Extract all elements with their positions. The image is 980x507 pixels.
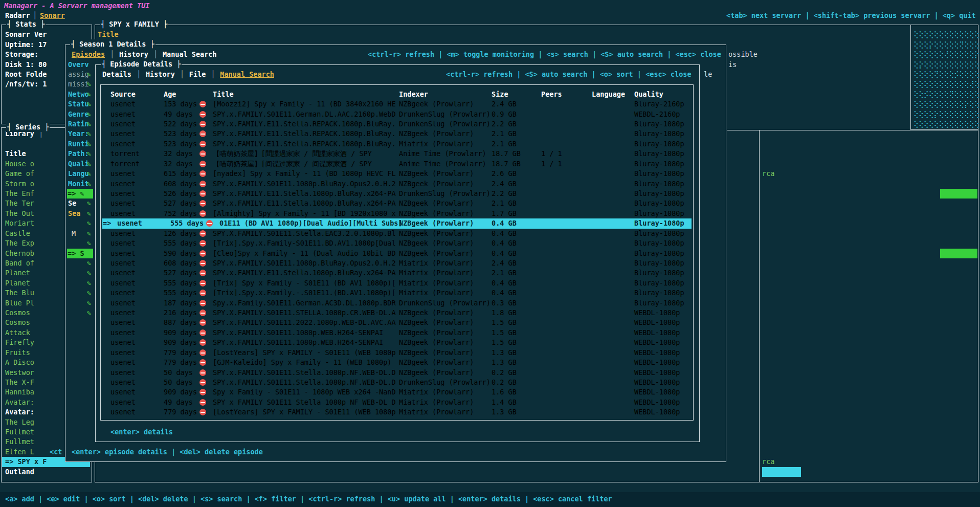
rejected-icon <box>199 389 206 395</box>
search-result-row[interactable]: usenet909 daysSpy x Family - S01E11 - 10… <box>102 387 692 398</box>
season-field-fragment: Year: <box>68 129 89 139</box>
rejected-icon <box>199 290 206 296</box>
edit-pencil-icon: ✎ <box>87 109 91 119</box>
results-column-header-quality: Quality <box>634 90 663 99</box>
search-result-row[interactable]: usenet49 daysSPY x FAMILY S01E11 Stella … <box>102 398 692 408</box>
search-result-row[interactable]: usenet522 daysSPY.x.FAMILY.E11.Stella.RE… <box>102 119 692 129</box>
search-result-row[interactable]: usenet615 days[nyadex] Spy x Family - 11… <box>102 169 692 179</box>
rejected-icon <box>199 349 206 356</box>
search-result-row[interactable]: usenet555 days[Trix].Spy.x.Family.-.S01E… <box>102 288 692 298</box>
cell-size: 1.5 GB <box>492 328 517 338</box>
search-result-row[interactable]: usenet608 daysSPY.x.FAMILY.S01E11.1080p.… <box>102 179 692 189</box>
tab-details[interactable]: Details <box>102 70 131 79</box>
cell-size: 0.4 GB <box>492 238 517 248</box>
cell-indexer: DrunkenSlug (Prowlarr) <box>399 378 491 387</box>
search-result-row[interactable]: usenet153 days[Moozzi2] Spy x Family - 1… <box>102 99 692 109</box>
tab-history[interactable]: History <box>146 70 175 79</box>
rejected-icon <box>199 379 206 386</box>
season-table-fragment: M <box>72 229 76 238</box>
season-field-fragment: Ratin <box>68 119 89 129</box>
tab-file[interactable]: File <box>189 70 206 79</box>
search-result-row[interactable]: usenet779 days[LostYears] SPY x FAMILY -… <box>102 348 692 358</box>
cell-source: usenet <box>110 109 136 119</box>
cell-source: usenet <box>110 318 136 327</box>
cell-indexer: Anime Time (Prowlarr) <box>399 149 486 159</box>
cell-size: 0.4 GB <box>492 278 517 288</box>
edit-pencil-icon: ✎ <box>87 308 91 318</box>
season-field-fragment: Langu <box>68 169 89 179</box>
search-result-row[interactable]: usenet527 daysSPY.x.FAMILY.E11.Stella.10… <box>102 199 692 209</box>
cell-indexer: NZBgeek (Prowlarr) <box>399 358 474 367</box>
tab-episodes[interactable]: Episodes <box>72 50 105 59</box>
edit-pencil-icon: ✎ <box>87 268 91 278</box>
search-result-row[interactable]: usenet909 daysSPY.x.FAMILY.S01E11.1080p.… <box>102 338 692 348</box>
cell-source: usenet <box>110 249 136 258</box>
search-result-row[interactable]: usenet608 daysSPY.x.FAMILY.S01E11.1080p.… <box>102 258 692 269</box>
season-details-window-title: ┤ Season 1 Details ├ <box>70 39 155 49</box>
search-result-row[interactable]: usenet555 days[Trix].Spy.x.Family-S01E11… <box>102 238 692 249</box>
cell-title: SPY.x.FAMILY.S01E11.1080p.BluRay.Opus2.0… <box>213 179 396 189</box>
search-result-row[interactable]: usenet49 daysSPY.x.FAMILY.S01E11.German.… <box>102 109 692 120</box>
cell-source: usenet <box>110 229 136 238</box>
search-result-row[interactable]: usenet779 days[GJM-Kaleido] Spy x Family… <box>102 358 692 368</box>
background-text-fragment: rca <box>762 457 774 467</box>
global-keybinds: <tab> next servarr | <shift-tab> previou… <box>726 11 976 20</box>
cell-source: usenet <box>110 258 136 268</box>
background-text-fragment: rca <box>762 169 774 179</box>
search-result-row[interactable]: usenet590 days[Cleo]Spy x Family - 11 (D… <box>102 249 692 259</box>
rejected-icon <box>199 280 206 286</box>
search-result-row[interactable]: usenet887 daysSPY.x.FAMILY.S01E11.2022.1… <box>102 318 692 328</box>
background-divider <box>759 130 760 482</box>
cell-indexer: NZBgeek (Prowlarr) <box>399 199 474 208</box>
search-result-row[interactable]: usenet187 daysSpy.x.Family.S01E11.German… <box>102 298 692 308</box>
season-field-fragment: Runti <box>68 139 89 149</box>
cell-title: Spy x Family - S01E11 - 1080p WEB x264 -… <box>213 387 396 397</box>
search-result-row[interactable]: usenet126 daysSPY.X.FAMILY.S01E11.Stella… <box>102 229 692 239</box>
search-result-row[interactable]: usenet523 daysSPY.x.FAMILY.E11.Stella.RE… <box>102 139 692 149</box>
selected-row-fragment-label: => ✎ <box>68 189 84 199</box>
cell-size: 1.3 GB <box>492 407 517 417</box>
search-result-row[interactable]: usenet50 daysSPY.x.FAMILY.S01E11.Stella.… <box>102 378 692 388</box>
cell-size: 2.6 GB <box>492 169 517 179</box>
cell-size: 0.4 GB <box>492 229 517 238</box>
cell-title: SPY.x.FAMILY.E11.Stella.REPACK.1080p.Blu… <box>213 119 396 129</box>
tab-history[interactable]: History <box>119 50 148 59</box>
season-field-fragment: Overv <box>68 60 89 70</box>
search-result-row[interactable]: torrent32 days【喵萌奶茶屋】[間諜過家家 / 間諜家家酒 / SP… <box>102 149 692 159</box>
search-result-row-selected[interactable]: =>usenet555 days01E11 (BD AV1 1080p)[Dua… <box>102 218 692 229</box>
series-list-item-label: A Disco <box>5 358 34 367</box>
search-result-row[interactable]: usenet779 days[LostYears] SPY x FAMILY -… <box>102 407 692 417</box>
rejected-icon <box>199 270 206 276</box>
rejected-icon <box>199 399 206 406</box>
cell-indexer: NZBgeek (Prowlarr) <box>399 169 474 179</box>
search-result-row[interactable]: usenet909 daysSPY.x.FAMILY.S01E11.1080p.… <box>102 328 692 338</box>
cell-age: 909 days <box>164 328 197 338</box>
cell-title: SPY.X.FAMILY.S01E11.STELLA.1080p.CR.WEB-… <box>213 308 396 318</box>
series-list-item-label: Firefly <box>5 338 34 347</box>
cell-age: 555 days <box>170 218 204 228</box>
search-result-row[interactable]: usenet216 daysSPY.X.FAMILY.S01E11.STELLA… <box>102 308 692 318</box>
search-result-row[interactable]: usenet50 daysSPY.x.FAMILY.S01E11.Stella.… <box>102 368 692 378</box>
search-result-row[interactable]: torrent32 days【喵萌奶茶屋】[间谍过家家 / 间谍家家酒 / SP… <box>102 159 692 169</box>
edit-pencil-icon: ✎ <box>87 258 91 268</box>
cell-size: 1.4 GB <box>492 398 517 407</box>
tab-manual-search[interactable]: Manual Search <box>220 70 274 79</box>
cell-title: SPY.x.FAMILY.S01E11.Stella.1080p.NF.WEB-… <box>213 368 396 378</box>
cell-indexer: NZBgeek (Prowlarr) <box>399 318 474 327</box>
cell-title: SPY.x.FAMILY.S01E11.1080p.BluRay.Opus2.0… <box>213 258 396 268</box>
cell-age: 522 days <box>164 119 197 129</box>
search-result-row[interactable]: usenet526 daysSPY.x.FAMILY.E11.Stella.10… <box>102 189 692 199</box>
cell-quality: WEBDL-1080p <box>634 318 680 327</box>
tab-manual-search[interactable]: Manual Search <box>163 50 217 59</box>
search-result-row[interactable]: usenet527 daysSPY.x.FAMILY.E11.Stella.10… <box>102 268 692 278</box>
search-result-row[interactable]: usenet752 days[Almighty] Spy x Family - … <box>102 209 692 219</box>
search-result-row[interactable]: usenet523 daysSPY.x.FAMILY.E11.Stella.RE… <box>102 129 692 139</box>
series-list-item-label: The Enf <box>5 189 34 199</box>
cell-quality: Bluray-1080p <box>634 139 684 149</box>
cell-quality: Bluray-1080p <box>634 169 684 179</box>
season-progress-pill <box>940 249 977 258</box>
cell-age: 615 days <box>164 169 197 179</box>
search-result-row[interactable]: usenet555 days[Trix] Spy x Family - S01E… <box>102 278 692 289</box>
series-list-item[interactable]: Outland <box>2 467 90 477</box>
series-list-item-label: Fullmet <box>5 437 34 447</box>
